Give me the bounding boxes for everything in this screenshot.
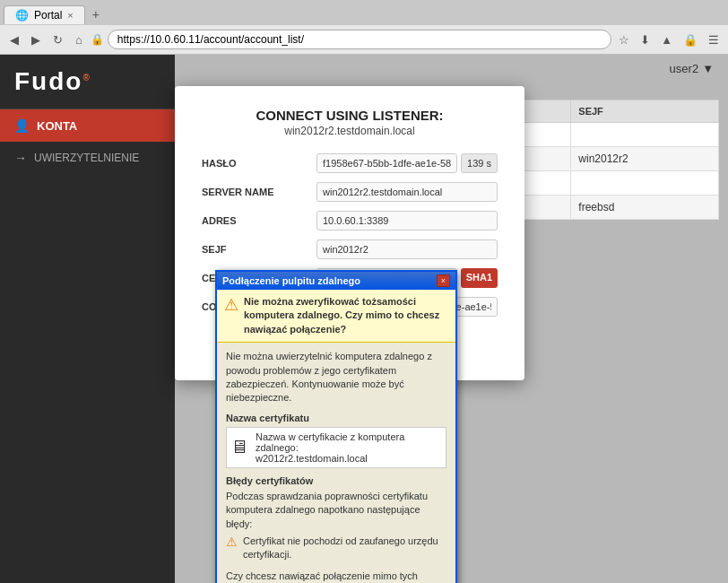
form-row-servername: SERVER NAME: [202, 182, 498, 202]
rdp-error-row: ⚠ Certyfikat nie pochodzi od zaufanego u…: [226, 535, 446, 562]
back-btn[interactable]: ◀: [5, 31, 23, 48]
rdp-cert-remote-value: w2012r2.testdomain.local: [256, 453, 442, 464]
rdp-error-section: Błędy certyfikatów Podczas sprawdzania p…: [226, 475, 446, 562]
rdp-cert-section-title: Nazwa certyfikatu: [226, 413, 446, 423]
main-content: Fudo® 👤 KONTA → UWIERZYTELNIENIE user2 ▼…: [0, 55, 728, 583]
browser-chrome: 🌐 Portal × + ◀ ▶ ↻ ⌂ 🔒 ☆ ⬇ ▲ 🔒 ☰: [0, 0, 728, 55]
rdp-close-btn[interactable]: ×: [437, 274, 450, 287]
connect-modal-title: CONNECT USING LISTENER:: [202, 108, 498, 123]
sha1-badge: SHA1: [461, 268, 498, 288]
logo: Fudo®: [14, 67, 91, 95]
home-btn[interactable]: ⌂: [71, 31, 87, 48]
server-name-input[interactable]: [316, 182, 498, 202]
sidebar-item-uwierzytelnienie[interactable]: → UWIERZYTELNIENIE: [0, 142, 175, 174]
rdp-error-item: Certyfikat nie pochodzi od zaufanego urz…: [243, 535, 446, 562]
rdp-error-body: Podczas sprawdzania poprawności certyfik…: [226, 490, 446, 531]
haslo-input-group: 139 s: [316, 153, 498, 173]
download-btn[interactable]: ⬇: [637, 31, 654, 48]
rdp-title-text: Podłączenie pulpitu zdalnego: [222, 275, 360, 286]
col-sejf: SEJF: [571, 100, 719, 123]
rdp-warn-icon: ⚠: [226, 535, 238, 549]
sidebar: Fudo® 👤 KONTA → UWIERZYTELNIENIE: [0, 55, 175, 583]
rdp-computer-icon: 🖥: [230, 437, 248, 457]
uwierzytelnienie-label: UWIERZYTELNIENIE: [34, 152, 139, 164]
form-row-adres: ADRES: [202, 211, 498, 231]
sidebar-item-konta[interactable]: 👤 KONTA: [0, 109, 175, 142]
table-cell-safe: freebsd: [571, 196, 719, 220]
rdp-body: Nie można uwierzytelnić komputera zdalne…: [217, 343, 455, 583]
form-row-sejf: SEJF: [202, 239, 498, 259]
rdp-question: Czy chcesz nawiązać połączenie mimo tych…: [226, 570, 446, 583]
rdp-error-section-title: Błędy certyfikatów: [226, 475, 446, 486]
sejf-label: SEJF: [202, 244, 309, 255]
rdp-dialog: Podłączenie pulpitu zdalnego × ⚠ Nie moż…: [215, 270, 457, 583]
connect-modal-subtitle: win2012r2.testdomain.local: [202, 125, 498, 137]
rdp-warning-icon: ⚠: [224, 295, 238, 315]
table-cell-safe: [571, 123, 719, 147]
adres-label: ADRES: [202, 215, 309, 226]
user-dropdown-icon: ▼: [702, 62, 714, 75]
nav-bar: ◀ ▶ ↻ ⌂ 🔒 ☆ ⬇ ▲ 🔒 ☰: [0, 25, 728, 54]
adres-input[interactable]: [316, 211, 498, 231]
table-cell-safe: [571, 171, 719, 196]
rdp-cert-remote-label: Nazwa w certyfikacie z komputera zdalneg…: [256, 431, 442, 453]
address-bar[interactable]: [108, 30, 611, 49]
tab-close-btn[interactable]: ×: [67, 10, 73, 21]
tab-label: Portal: [34, 9, 62, 22]
logo-area: Fudo®: [0, 55, 175, 109]
konta-label: KONTA: [37, 119, 77, 133]
rdp-cert-info: Nazwa w certyfikacie z komputera zdalneg…: [256, 431, 442, 464]
sync-btn[interactable]: ▲: [657, 31, 676, 48]
lock-icon: 🔒: [91, 33, 104, 46]
refresh-btn[interactable]: ↻: [48, 31, 67, 48]
table-cell-safe: win2012r2: [571, 147, 719, 171]
sejf-input[interactable]: [316, 239, 498, 259]
user-menu[interactable]: user2 ▼: [655, 55, 728, 83]
username: user2: [670, 62, 699, 75]
rdp-warning-title: Nie można zweryfikować tożsamości komput…: [244, 295, 448, 336]
tab-favicon: 🌐: [15, 9, 29, 22]
logo-dot: ®: [82, 73, 91, 83]
browser-tab[interactable]: 🌐 Portal ×: [4, 5, 85, 24]
uwierzytelnienie-icon: →: [14, 151, 27, 165]
rdp-title-controls: ×: [437, 274, 450, 287]
menu-btn[interactable]: ☰: [705, 31, 723, 48]
rdp-title-bar: Podłączenie pulpitu zdalnego ×: [217, 272, 455, 290]
new-tab-btn[interactable]: +: [85, 4, 107, 24]
tab-bar: 🌐 Portal × +: [0, 0, 728, 25]
konta-icon: 👤: [14, 118, 30, 133]
haslo-label: HASŁO: [202, 158, 309, 169]
server-name-label: SERVER NAME: [202, 187, 309, 197]
bookmark-btn[interactable]: ☆: [615, 31, 633, 48]
forward-btn[interactable]: ▶: [27, 31, 45, 48]
logo-fudo: Fudo: [14, 67, 82, 95]
form-row-haslo: HASŁO 139 s: [202, 153, 498, 173]
rdp-cert-row: 🖥 Nazwa w certyfikacie z komputera zdaln…: [226, 427, 446, 468]
haslo-input[interactable]: [316, 153, 457, 173]
security-btn[interactable]: 🔒: [680, 31, 701, 48]
rdp-warning-body: Nie można uwierzytelnić komputera zdalne…: [226, 350, 446, 405]
rdp-warning-bar: ⚠ Nie można zweryfikować tożsamości komp…: [217, 290, 455, 343]
haslo-time-badge: 139 s: [461, 153, 498, 173]
